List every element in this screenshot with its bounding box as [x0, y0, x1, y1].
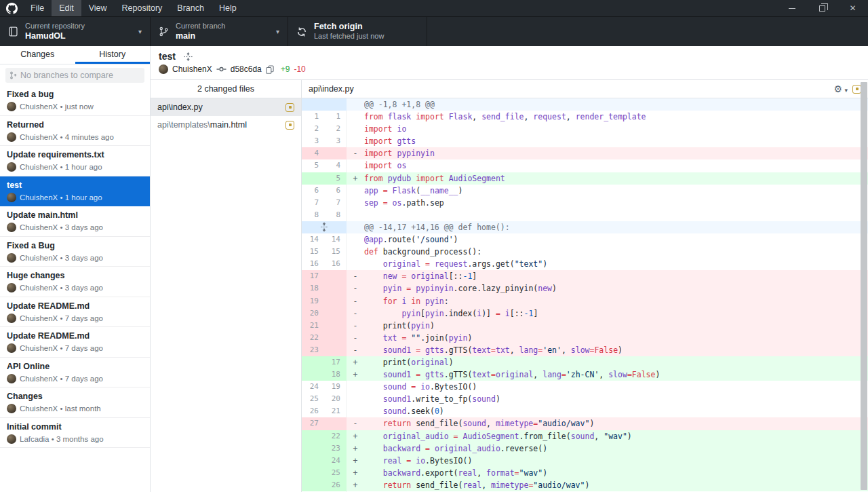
diff-hunk-header-row[interactable]: @@ -1,8 +1,8 @@ — [302, 98, 868, 111]
file-row[interactable]: api\index.py — [151, 98, 301, 116]
menu-item-edit[interactable]: Edit — [52, 0, 81, 16]
modified-file-icon — [285, 103, 294, 112]
code-token: pyin — [411, 321, 430, 330]
line-number-new: 7 — [323, 197, 345, 209]
code-token: 'zh-CN' — [566, 370, 599, 379]
code-token — [364, 456, 383, 466]
commit-list-item[interactable]: Initial commitLafcadia • 3 months ago — [0, 418, 150, 449]
code-token — [364, 394, 383, 404]
copy-icon[interactable] — [266, 65, 274, 74]
line-number-old — [302, 172, 323, 185]
diff-scrollbar-thumb[interactable] — [861, 82, 867, 490]
code-token: False — [632, 370, 656, 379]
drag-move-icon[interactable] — [184, 52, 193, 61]
code-token: , — [472, 112, 481, 121]
commit-summary-header: test ChuishenX d58c6da +9 — [151, 46, 868, 80]
diff-gutter: 25 — [302, 467, 347, 479]
code-line: backward = original_audio.reverse() — [364, 442, 868, 455]
commit-item-title: Huge changes — [7, 271, 143, 280]
line-number-new: 4 — [323, 159, 345, 172]
code-token: send_file — [481, 112, 524, 121]
code-token: backward — [383, 468, 420, 478]
code-token — [449, 432, 454, 441]
minimize-button[interactable] — [776, 0, 807, 16]
commit-list-item[interactable]: Fixed a bugChuishenX • just now — [0, 86, 150, 116]
diff-gutter: 4 — [302, 147, 347, 159]
maximize-button[interactable] — [807, 0, 837, 16]
commit-list-item[interactable]: ReturnedChuishenX • 4 minutes ago — [0, 116, 150, 147]
code-token: lang — [542, 370, 561, 379]
commit-list-item[interactable]: Update main.htmlChuishenX • 3 days ago — [0, 206, 150, 237]
repo-icon — [8, 26, 18, 37]
commit-list-item[interactable]: Update README.mdChuishenX • 7 days ago — [0, 327, 150, 358]
code-line: import os — [364, 159, 868, 172]
code-token: .index( — [444, 309, 477, 318]
code-token — [430, 259, 435, 269]
code-token: , — [510, 345, 519, 355]
commit-list-item[interactable]: Fixed a BugChuishenX • 3 days ago — [0, 237, 150, 267]
code-token: sound — [383, 406, 407, 416]
line-number-old: 18 — [302, 282, 323, 295]
file-row[interactable]: api\templates\main.html — [151, 116, 301, 134]
commit-list-item[interactable]: Update README.mdChuishenX • 7 days ago — [0, 297, 150, 328]
menu-item-view[interactable]: View — [81, 0, 115, 16]
diff-code-row: 27- return send_file(sound, mimetype="au… — [302, 417, 868, 430]
tab-changes[interactable]: Changes — [0, 46, 75, 64]
code-token: original_audio — [435, 444, 500, 453]
repository-switcher-button[interactable]: Current repository HamudOL ▾ — [0, 17, 151, 46]
diff-gutter: 88 — [302, 209, 347, 221]
expand-hunk-button[interactable] — [320, 222, 328, 232]
code-token: .join( — [420, 333, 449, 343]
line-number-new: 18 — [323, 368, 345, 381]
fetch-origin-button[interactable]: Fetch origin Last fetched just now — [288, 17, 427, 46]
code-token: sound — [472, 394, 496, 404]
diff-gutter: 22 — [302, 430, 347, 442]
line-number-old: 5 — [302, 159, 323, 172]
line-number-new — [323, 417, 345, 430]
code-token: ) — [430, 321, 435, 330]
line-number-old: 26 — [302, 405, 323, 417]
line-number-new: 20 — [323, 393, 345, 405]
line-number-new: 21 — [323, 405, 345, 417]
code-token: pyin — [425, 309, 444, 318]
commit-sha: d58c6da — [231, 64, 262, 74]
commit-list-item[interactable]: ChangesChuishenX • last month — [0, 387, 150, 418]
line-number-old: 1 — [302, 111, 323, 123]
diff-gutter: 17 — [302, 270, 347, 282]
close-button[interactable]: ✕ — [837, 0, 868, 16]
code-token: "wav" — [604, 432, 627, 441]
commit-list-item[interactable]: testChuishenX • 1 hour ago — [0, 176, 150, 207]
code-token: 'en' — [542, 345, 561, 355]
menu-item-repository[interactable]: Repository — [115, 0, 170, 16]
code-line: real = io.BytesIO() — [364, 455, 868, 467]
code-token — [383, 112, 388, 121]
code-token: pyin — [383, 284, 402, 293]
branch-switcher-button[interactable]: Current branch main ▾ — [151, 17, 288, 46]
diff-gutter: 17 — [302, 356, 347, 368]
branch-filter-box[interactable] — [5, 68, 144, 83]
code-token — [364, 370, 383, 379]
file-directory: api\ — [157, 102, 171, 112]
commit-list-item[interactable]: Update requirements.txtChuishenX • 1 hou… — [0, 146, 150, 176]
diff-options-button[interactable]: ⚙ ▾ — [833, 83, 848, 94]
diff-hunk-header-row[interactable]: @@ -14,17 +14,16 @@ def home(): — [302, 221, 868, 233]
line-number-old: 27 — [302, 417, 323, 430]
menu-item-help[interactable]: Help — [212, 0, 244, 16]
menu-item-file[interactable]: File — [23, 0, 52, 16]
code-token — [388, 186, 393, 195]
code-token: gtts — [425, 370, 444, 379]
diff-gutter — [302, 221, 347, 233]
diff-body: @@ -1,8 +1,8 @@11from flask import Flask… — [302, 98, 868, 492]
code-line: new = original[::-1] — [364, 270, 868, 282]
diff-gutter: 2419 — [302, 381, 347, 393]
menu-item-branch[interactable]: Branch — [170, 0, 212, 16]
code-token: original — [411, 271, 448, 281]
commit-list-item[interactable]: API OnlineChuishenX • 7 days ago — [0, 358, 150, 388]
code-token — [430, 444, 435, 453]
tab-history[interactable]: History — [75, 46, 151, 64]
branch-filter-input[interactable] — [20, 71, 140, 80]
code-token — [364, 444, 383, 453]
commit-list-item[interactable]: Huge changesChuishenX • 3 days ago — [0, 267, 150, 297]
line-number-old — [302, 356, 323, 368]
code-token: ) — [655, 370, 660, 379]
